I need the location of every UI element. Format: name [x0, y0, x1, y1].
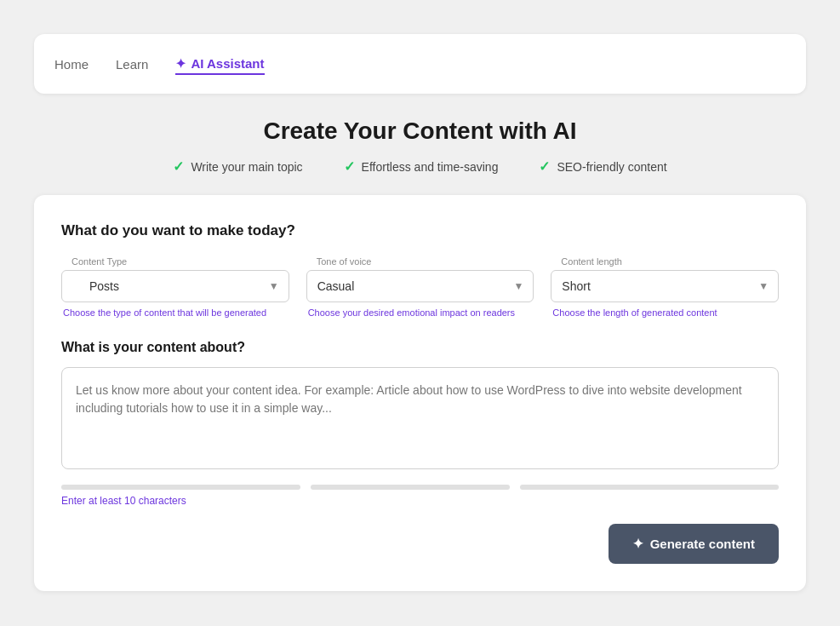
- content-type-select[interactable]: Posts Articles Pages Products: [61, 270, 289, 302]
- hero-title: Create Your Content with AI: [34, 118, 806, 145]
- feature-1-label: Write your main topic: [191, 160, 302, 174]
- feature-2-label: Effortless and time-saving: [362, 160, 499, 174]
- nav-learn[interactable]: Learn: [116, 54, 148, 75]
- what-make-title: What do you want to make today?: [61, 222, 779, 239]
- tone-of-voice-label: Tone of voice: [306, 256, 534, 267]
- content-type-group: Content Type 📌 Posts Articles Pages Prod…: [61, 256, 289, 319]
- tone-of-voice-group: Tone of voice Casual Formal Friendly Pro…: [306, 256, 534, 319]
- feature-1: ✓ Write your main topic: [173, 158, 302, 175]
- nav-ai-assistant[interactable]: ✦AI Assistant: [175, 53, 264, 75]
- progress-bar-3: [520, 485, 779, 490]
- progress-bar-2: [311, 485, 510, 490]
- content-type-wrapper: 📌 Posts Articles Pages Products ▼: [61, 270, 289, 302]
- check-icon-1: ✓: [173, 158, 184, 175]
- dropdowns-row: Content Type 📌 Posts Articles Pages Prod…: [61, 256, 779, 319]
- feature-2: ✓ Effortless and time-saving: [344, 158, 499, 175]
- content-length-select[interactable]: Short Medium Long: [551, 270, 779, 302]
- sparkle-icon: ✦: [175, 56, 186, 72]
- feature-3: ✓ SEO-friendly content: [539, 158, 666, 175]
- tone-of-voice-wrapper: Casual Formal Friendly Professional ▼: [306, 270, 534, 302]
- content-length-group: Content length Short Medium Long ▼ Choos…: [551, 256, 779, 319]
- char-hint: Enter at least 10 characters: [61, 495, 779, 507]
- bottom-row: ✦ Generate content: [61, 524, 779, 564]
- content-length-hint: Choose the length of generated content: [551, 307, 779, 319]
- generate-sparkle-icon: ✦: [632, 536, 643, 552]
- tone-of-voice-hint: Choose your desired emotional impact on …: [306, 307, 534, 319]
- main-card: What do you want to make today? Content …: [34, 195, 806, 591]
- progress-bar-1: [61, 485, 300, 490]
- generate-button[interactable]: ✦ Generate content: [609, 524, 779, 564]
- content-about-title: What is your content about?: [61, 340, 779, 355]
- content-length-label: Content length: [551, 256, 779, 267]
- feature-3-label: SEO-friendly content: [557, 160, 666, 174]
- check-icon-3: ✓: [539, 158, 550, 175]
- content-type-hint: Choose the type of content that will be …: [61, 307, 289, 319]
- tone-of-voice-select[interactable]: Casual Formal Friendly Professional: [306, 270, 534, 302]
- generate-button-label: Generate content: [650, 537, 755, 551]
- check-icon-2: ✓: [344, 158, 355, 175]
- content-length-wrapper: Short Medium Long ▼: [551, 270, 779, 302]
- nav-home[interactable]: Home: [54, 54, 89, 75]
- content-textarea[interactable]: [61, 367, 779, 469]
- content-type-label: Content Type: [61, 256, 289, 267]
- progress-bars: [61, 485, 779, 490]
- hero-features: ✓ Write your main topic ✓ Effortless and…: [34, 158, 806, 175]
- hero-section: Create Your Content with AI ✓ Write your…: [34, 118, 806, 175]
- navigation: Home Learn ✦AI Assistant: [34, 34, 806, 94]
